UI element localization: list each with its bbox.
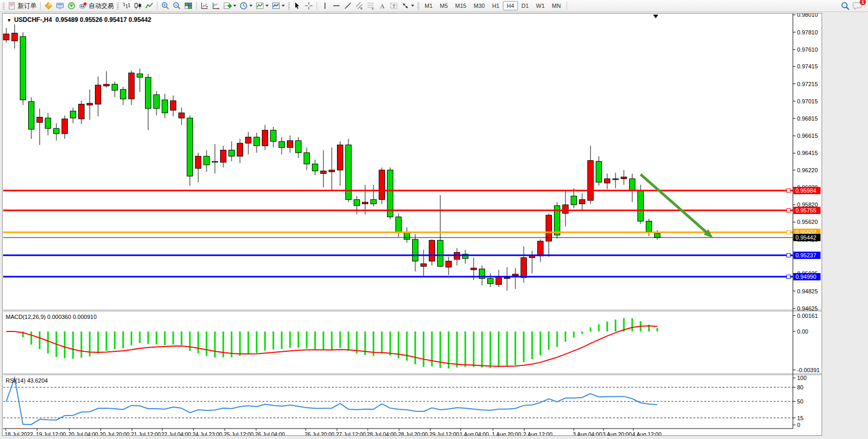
- text-tool-button[interactable]: A: [377, 1, 388, 11]
- chart-shift-button[interactable]: [199, 1, 210, 11]
- line-anchor[interactable]: [787, 189, 790, 193]
- signal-icon: [67, 2, 76, 10]
- toolbar-grip[interactable]: [288, 2, 290, 10]
- candle: [229, 150, 235, 157]
- chevron-down-icon[interactable]: ▼: [7, 18, 11, 23]
- time-axis-label: 28 Jul 04:00: [367, 431, 396, 435]
- zoom-in-button[interactable]: [160, 1, 171, 11]
- chart-window[interactable]: 0.980100.978100.976100.974150.972150.970…: [2, 13, 822, 436]
- vertical-line-icon: [321, 2, 329, 10]
- separator: [40, 2, 41, 10]
- terminal-button[interactable]: [54, 1, 66, 11]
- price-badge-label: 0.95237: [795, 252, 816, 258]
- candle-chart-mode-button[interactable]: [132, 1, 143, 11]
- candle: [171, 101, 176, 110]
- candle: [45, 118, 51, 128]
- candle: [379, 170, 385, 199]
- timeframe-button-d1[interactable]: D1: [518, 1, 533, 10]
- candle: [112, 84, 118, 90]
- dropdown-caret: [411, 5, 414, 7]
- tile-windows-button[interactable]: [183, 1, 194, 11]
- candlestick-icon: [134, 2, 142, 10]
- time-axis-label: 19 Jul 12:00: [36, 431, 66, 435]
- candle: [154, 94, 160, 109]
- candle: [162, 100, 168, 113]
- templates-button[interactable]: [270, 1, 286, 11]
- zoom-out-button[interactable]: [171, 1, 183, 11]
- data-center-button[interactable]: [66, 1, 77, 11]
- crosshair-tool-button[interactable]: [303, 1, 315, 11]
- arrows-tool-button[interactable]: [400, 1, 416, 11]
- time-axis-label: 27 Jul 12:00: [336, 431, 366, 435]
- candle: [204, 156, 210, 165]
- line-anchor[interactable]: [787, 209, 790, 212]
- separator: [317, 2, 317, 10]
- timeframe-button-m1[interactable]: M1: [421, 1, 436, 10]
- toolbar-grip[interactable]: [417, 2, 419, 10]
- line-anchor[interactable]: [787, 231, 790, 234]
- clock-icon: [239, 2, 248, 10]
- timeframe-button-m5[interactable]: M5: [436, 1, 451, 10]
- rsi-axis-label: 80: [797, 384, 803, 390]
- candle: [304, 153, 310, 164]
- line-chart-mode-button[interactable]: [143, 1, 155, 11]
- chart-canvas[interactable]: 0.980100.978100.976100.974150.972150.970…: [3, 14, 822, 435]
- channel-tool-button[interactable]: E: [354, 1, 365, 11]
- search-button[interactable]: [839, 1, 851, 11]
- timeframe-button-h4[interactable]: H4: [503, 1, 517, 10]
- candle: [404, 232, 410, 239]
- candle: [187, 118, 193, 176]
- candle: [179, 113, 185, 118]
- toolbar-grip[interactable]: [117, 2, 119, 10]
- autotrading-button[interactable]: 自动交易: [77, 1, 115, 11]
- periods-button[interactable]: [238, 1, 254, 11]
- rsi-axis-label: 100: [797, 375, 806, 381]
- market-watch-button[interactable]: [43, 1, 54, 11]
- macd-axis-label: -0.00391: [797, 367, 819, 373]
- candle: [371, 199, 377, 204]
- candle: [655, 233, 660, 238]
- bar-marker-icon: [653, 15, 658, 18]
- arrows-icon: [401, 2, 409, 10]
- price-axis-label: 0.96415: [797, 150, 818, 156]
- ohlc-high: 0.95526: [80, 16, 102, 23]
- chart-symbol: USDCHF-,H4: [14, 16, 52, 23]
- indicators-button[interactable]: [254, 1, 270, 11]
- line-anchor[interactable]: [787, 254, 790, 257]
- time-axis-label: 25 Jul 12:00: [224, 431, 254, 435]
- candle: [605, 179, 610, 183]
- line-anchor[interactable]: [787, 275, 790, 279]
- new-chart-button[interactable]: [222, 1, 238, 11]
- horizontal-line-tool-button[interactable]: [331, 1, 342, 11]
- candle: [446, 261, 452, 267]
- vertical-line-tool-button[interactable]: [319, 1, 331, 11]
- new-order-button[interactable]: 新订单: [6, 1, 38, 11]
- notifications-button[interactable]: 1: [851, 1, 864, 11]
- auto-scroll-button[interactable]: [210, 1, 222, 11]
- timeframe-button-mn[interactable]: MN: [548, 1, 564, 10]
- candle: [429, 240, 435, 261]
- bar-chart-mode-button[interactable]: [120, 1, 132, 11]
- timeframe-button-h1[interactable]: H1: [488, 1, 503, 10]
- auto-scroll-icon: [212, 2, 220, 10]
- text-label-tool-button[interactable]: T: [388, 1, 400, 11]
- price-axis-label: 0.97810: [797, 29, 818, 35]
- tile-windows-icon: [184, 2, 192, 10]
- cursor-tool-button[interactable]: [292, 1, 303, 11]
- toolbar-grip[interactable]: [3, 2, 5, 10]
- timeframe-button-m30[interactable]: M30: [470, 1, 488, 10]
- candle: [146, 77, 151, 109]
- svg-text:T: T: [393, 4, 396, 9]
- candle: [296, 140, 302, 152]
- candle: [20, 37, 26, 100]
- candle: [588, 161, 594, 200]
- candle: [471, 268, 477, 270]
- candle: [496, 277, 502, 284]
- time-axis-label: 21 Jul 12:00: [131, 431, 161, 435]
- price-axis-label: 0.98010: [797, 14, 818, 18]
- fibonacci-tool-button[interactable]: F: [365, 1, 377, 11]
- notification-badge: 1: [860, 0, 866, 5]
- timeframe-button-m15[interactable]: M15: [452, 1, 470, 10]
- timeframe-button-w1[interactable]: W1: [533, 1, 549, 10]
- trendline-tool-button[interactable]: [342, 1, 354, 11]
